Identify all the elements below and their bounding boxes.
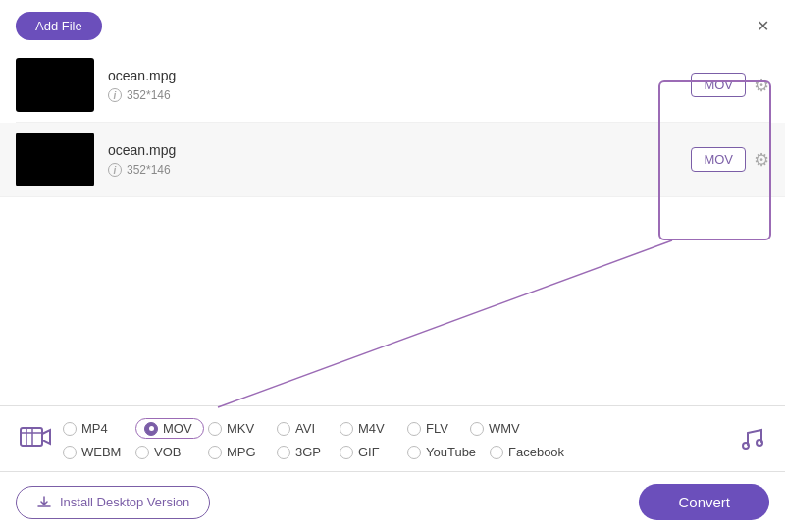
format-label-webm: WEBM <box>81 445 121 459</box>
svg-marker-1 <box>42 430 50 444</box>
format-option-avi[interactable]: AVI <box>277 421 336 436</box>
format-label-avi: AVI <box>295 421 315 436</box>
format-label-wmv: WMV <box>489 421 520 436</box>
close-button[interactable]: ✕ <box>757 17 769 35</box>
format-label-flv: FLV <box>426 421 448 436</box>
file-thumbnail <box>16 58 94 112</box>
file-name: ocean.mpg <box>108 68 691 83</box>
radio-mpg[interactable] <box>208 446 222 459</box>
svg-point-5 <box>743 443 749 449</box>
format-label-mov: MOV <box>163 421 192 436</box>
format-label-youtube: YouTube <box>426 445 476 459</box>
info-icon: i <box>108 88 122 102</box>
spacer <box>0 197 785 405</box>
format-option-wmv[interactable]: WMV <box>470 421 529 436</box>
radio-wmv[interactable] <box>470 422 484 436</box>
format-option-3gp[interactable]: 3GP <box>277 445 336 459</box>
format-option-mp4[interactable]: MP4 <box>63 421 131 436</box>
convert-button[interactable]: Convert <box>639 484 769 520</box>
file-row: ocean.mpg i 352*146 MOV ⚙ <box>16 48 769 123</box>
format-label-m4v: M4V <box>358 421 385 436</box>
radio-facebook[interactable] <box>490 446 503 459</box>
format-option-mkv[interactable]: MKV <box>208 421 273 436</box>
radio-mkv[interactable] <box>208 422 222 436</box>
file-info: ocean.mpg i 352*146 <box>108 68 691 102</box>
format-option-facebook[interactable]: Facebook <box>490 445 568 459</box>
format-button-0[interactable]: MOV <box>691 73 746 97</box>
format-button-1[interactable]: MOV <box>691 147 746 172</box>
format-label-3gp: 3GP <box>295 445 321 459</box>
format-label-gif: GIF <box>358 445 380 459</box>
format-option-m4v[interactable]: M4V <box>340 421 403 436</box>
svg-point-6 <box>757 440 762 446</box>
file-thumbnail <box>16 133 94 186</box>
music-icon <box>734 421 769 456</box>
info-icon: i <box>108 163 122 177</box>
radio-mov[interactable] <box>144 422 158 436</box>
file-row: ocean.mpg i 352*146 MOV ⚙ <box>0 123 785 197</box>
top-bar: Add File ✕ <box>0 0 785 48</box>
format-option-youtube[interactable]: YouTube <box>407 445 486 459</box>
install-label: Install Desktop Version <box>60 495 189 509</box>
radio-vob[interactable] <box>135 446 149 459</box>
radio-avi[interactable] <box>277 422 290 436</box>
format-label-mp4: MP4 <box>81 421 108 436</box>
install-desktop-button[interactable]: Install Desktop Version <box>16 486 210 519</box>
radio-mp4[interactable] <box>63 422 77 436</box>
file-actions: MOV ⚙ <box>691 73 769 97</box>
add-file-button[interactable]: Add File <box>16 12 102 40</box>
file-list: ocean.mpg i 352*146 MOV ⚙ ocean.mpg i 35… <box>16 48 769 197</box>
format-option-flv[interactable]: FLV <box>407 421 466 436</box>
format-label-mkv: MKV <box>227 421 254 436</box>
radio-3gp[interactable] <box>277 446 290 459</box>
file-dimensions: 352*146 <box>127 88 171 102</box>
format-label-facebook: Facebook <box>508 445 564 459</box>
radio-youtube[interactable] <box>407 446 421 459</box>
radio-flv[interactable] <box>407 422 421 436</box>
file-dimensions: 352*146 <box>127 163 171 177</box>
file-meta: i 352*146 <box>108 163 691 177</box>
download-icon <box>36 495 52 510</box>
settings-button-1[interactable]: ⚙ <box>754 149 769 171</box>
format-option-mov[interactable]: MOV <box>135 418 204 439</box>
file-name: ocean.mpg <box>108 142 691 158</box>
format-selector: MP4 MOV MKV AVI <box>0 405 785 471</box>
video-format-icon <box>16 419 55 458</box>
format-option-gif[interactable]: GIF <box>340 445 403 459</box>
radio-m4v[interactable] <box>340 422 353 436</box>
format-option-vob[interactable]: VOB <box>135 445 204 459</box>
radio-gif[interactable] <box>340 446 353 459</box>
file-info: ocean.mpg i 352*146 <box>108 142 691 177</box>
settings-button-0[interactable]: ⚙ <box>754 75 769 96</box>
format-label-mpg: MPG <box>227 445 256 459</box>
format-label-vob: VOB <box>154 445 181 459</box>
svg-rect-0 <box>21 428 42 446</box>
format-option-webm[interactable]: WEBM <box>63 445 131 459</box>
bottom-bar: Install Desktop Version Convert <box>0 471 785 532</box>
file-actions: MOV ⚙ <box>691 147 769 172</box>
radio-webm[interactable] <box>63 446 77 459</box>
file-meta: i 352*146 <box>108 88 691 102</box>
format-option-mpg[interactable]: MPG <box>208 445 273 459</box>
